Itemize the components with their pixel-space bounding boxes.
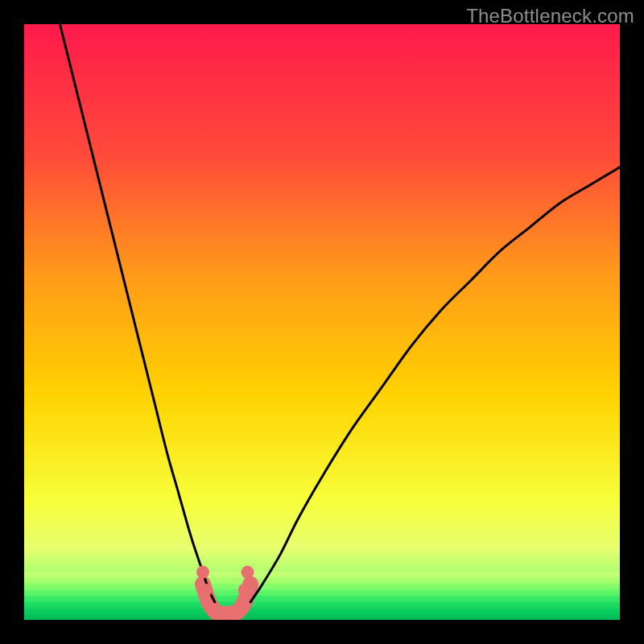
chart-frame: TheBottleneck.com <box>0 0 644 644</box>
svg-rect-4 <box>24 596 620 602</box>
svg-rect-6 <box>24 608 620 614</box>
svg-rect-5 <box>24 602 620 609</box>
bottleneck-chart <box>24 24 620 620</box>
svg-rect-2 <box>24 584 620 590</box>
gradient-background <box>24 24 620 620</box>
svg-rect-1 <box>24 578 620 584</box>
valley-dot <box>196 566 209 579</box>
valley-dot <box>238 584 251 597</box>
svg-rect-3 <box>24 590 620 597</box>
valley-dot <box>242 566 254 579</box>
valley-dot <box>200 584 213 597</box>
svg-rect-0 <box>24 572 620 578</box>
plot-area <box>24 24 620 620</box>
bottom-color-bands <box>24 572 620 620</box>
svg-rect-7 <box>24 614 620 621</box>
